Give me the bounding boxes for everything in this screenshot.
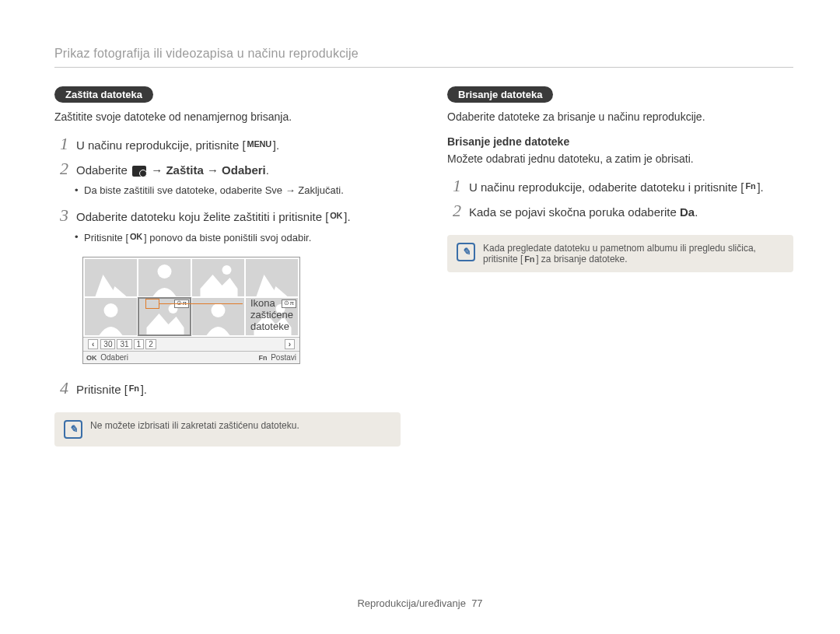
thumb	[85, 259, 137, 296]
step-number: 1	[447, 176, 461, 196]
step-3-bullet: Pritisnite [OK] ponovo da biste poništil…	[84, 230, 401, 246]
note-text: Kada pregledate datoteku u pametnom albu…	[483, 243, 784, 264]
svg-point-2	[158, 264, 172, 278]
thumb	[138, 259, 191, 296]
thumbnail-figure: ⊙π ⊙π ‹ 30 31 1	[82, 257, 300, 364]
note-text: Ne možete izbrisati ili zakretati zaštić…	[90, 420, 299, 431]
section-pill-protect: Zaštita datoteka	[54, 86, 153, 103]
delete-subhead: Brisanje jedne datoteke	[447, 135, 793, 148]
ok-button-glyph: OK	[328, 209, 344, 223]
right-step-1-text: U načinu reprodukcije, odaberite datotek…	[469, 179, 764, 196]
svg-point-4	[222, 265, 232, 275]
note-icon: ✎	[457, 243, 475, 261]
thumb	[192, 259, 244, 296]
section-pill-delete: Brisanje datoteka	[447, 86, 553, 103]
step-2-text: Odaberite → Zaštita → Odaberi.	[76, 162, 269, 179]
date-cell: 1	[134, 339, 145, 349]
protect-intro: Zaštitite svoje datoteke od nenamjernog …	[54, 110, 401, 123]
fn-button-glyph: Fn	[523, 254, 536, 264]
step-1-text: U načinu reprodukcije, pritisnite [MENU]…	[76, 137, 279, 154]
note-icon: ✎	[64, 420, 82, 439]
step-number: 1	[54, 134, 68, 154]
step-number: 2	[54, 159, 68, 179]
step-3-text: Odaberite datoteku koju želite zaštititi…	[76, 208, 351, 226]
page-footer: Reprodukcija/uređivanje 77	[0, 597, 840, 609]
left-column: Zaštita datoteka Zaštitite svoje datotek…	[54, 86, 401, 447]
note-box: ✎ Ne možete izbrisati ili zakretati zašt…	[54, 412, 401, 447]
callout-line	[159, 303, 243, 304]
step-4-text: Pritisnite [Fn].	[76, 381, 147, 398]
settings-icon	[132, 166, 146, 177]
svg-point-11	[212, 303, 226, 317]
delete-subintro: Možete odabrati jednu datoteku, a zatim …	[447, 152, 793, 165]
callout-label: Ikona zaštićene datoteke	[250, 297, 300, 332]
date-cell: 31	[117, 339, 131, 349]
command-row: OK Odaberi Fn Postavi	[83, 351, 299, 363]
date-row: ‹ 30 31 1 2 ›	[83, 337, 299, 351]
right-column: Brisanje datoteka Odaberite datoteke za …	[447, 86, 793, 447]
delete-intro: Odaberite datoteke za brisanje u načinu …	[447, 110, 793, 123]
thumb	[85, 298, 137, 335]
right-step-2-text: Kada se pojavi skočna poruka odaberite D…	[469, 204, 698, 221]
next-arrow-icon: ›	[285, 339, 295, 349]
svg-point-7	[104, 303, 118, 317]
date-cell: 30	[100, 339, 115, 349]
prev-arrow-icon: ‹	[88, 339, 98, 349]
ok-button-glyph: OK	[128, 230, 144, 243]
menu-button-glyph: MENU	[246, 138, 273, 152]
date-cell: 2	[145, 339, 156, 349]
step-number: 4	[54, 378, 68, 398]
step-2-bullet: Da biste zaštitili sve datoteke, odaberi…	[84, 184, 401, 198]
page-title: Prikaz fotografija ili videozapisa u nač…	[54, 47, 793, 68]
note-box: ✎ Kada pregledate datoteku u pametnom al…	[447, 235, 793, 272]
step-number: 3	[54, 205, 68, 226]
fn-button-glyph: Fn	[744, 180, 758, 194]
step-number: 2	[447, 201, 461, 221]
thumb	[246, 259, 298, 296]
callout-box	[145, 299, 159, 309]
fn-button-glyph: Fn	[128, 382, 141, 396]
